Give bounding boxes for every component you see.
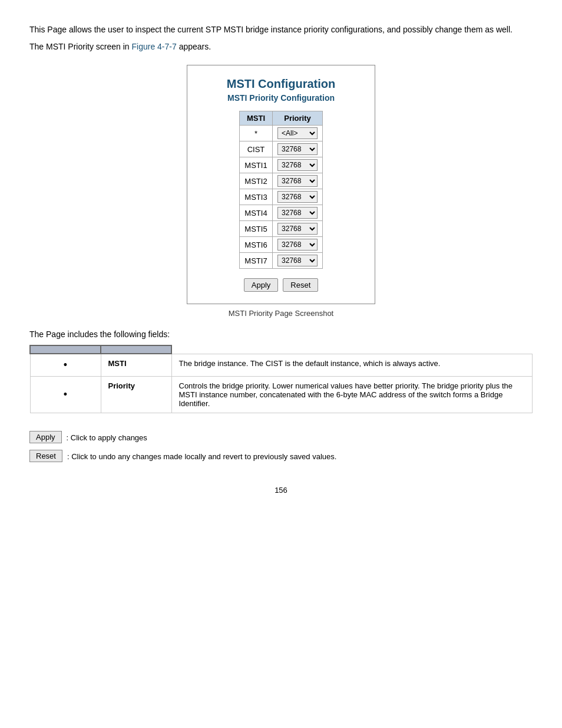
btn-desc-text-1: : Click to undo any changes made locally… [67,450,336,463]
priority-cell-5[interactable]: 4096819212288163842048024576286723276836… [273,205,323,221]
col-priority-header: Priority [273,111,323,126]
msti-cell-1: CIST [239,141,272,157]
msti-cell-5: MSTI4 [239,205,272,221]
priority-select-8[interactable]: 4096819212288163842048024576286723276836… [277,255,318,266]
priority-cell-7[interactable]: 4096819212288163842048024576286723276836… [273,237,323,253]
priority-cell-6[interactable]: 4096819212288163842048024576286723276836… [273,221,323,237]
btn-desc-label-1: Reset [29,450,62,462]
fields-table: •MSTIThe bridge instance. The CIST is th… [29,345,533,413]
msti-priority-table: MSTI Priority *<All>CIST4096819212288163… [239,111,323,269]
msti-config-box: MSTI Configuration MSTI Priority Configu… [187,65,375,304]
priority-cell-8[interactable]: 4096819212288163842048024576286723276836… [273,253,323,269]
screenshot-wrapper: MSTI Configuration MSTI Priority Configu… [29,65,533,304]
field-desc-0: The bridge instance. The CIST is the def… [171,354,533,377]
priority-cell-2[interactable]: 4096819212288163842048024576286723276836… [273,157,323,173]
priority-cell-4[interactable]: 4096819212288163842048024576286723276836… [273,189,323,205]
fields-col2-header [101,345,171,354]
btn-desc-text-0: : Click to apply changes [67,431,147,444]
page-number: 156 [29,486,533,495]
action-buttons: Apply Reset [205,278,357,292]
fields-intro: The Page includes the following fields: [29,330,533,339]
msti-config-title: MSTI Configuration [205,77,357,91]
priority-select-5[interactable]: 4096819212288163842048024576286723276836… [277,207,318,219]
msti-cell-2: MSTI1 [239,157,272,173]
field-bullet-1: • [30,377,101,413]
priority-cell-3[interactable]: 4096819212288163842048024576286723276836… [273,173,323,189]
priority-select-1[interactable]: 4096819212288163842048024576286723276836… [277,143,318,155]
apply-button[interactable]: Apply [244,278,279,292]
field-name-1: Priority [101,377,171,413]
msti-cell-6: MSTI5 [239,221,272,237]
priority-select-4[interactable]: 4096819212288163842048024576286723276836… [277,191,318,203]
intro-line1: This Page allows the user to inspect the… [29,24,533,36]
msti-cell-3: MSTI2 [239,173,272,189]
figure-link[interactable]: Figure 4-7-7 [132,42,177,51]
button-desc-0: Apply: Click to apply changes [29,431,533,444]
msti-cell-8: MSTI7 [239,253,272,269]
field-desc-1: Controls the bridge priority. Lower nume… [171,377,533,413]
col-msti-header: MSTI [239,111,272,126]
priority-cell-0[interactable]: <All> [273,126,323,141]
priority-select-2[interactable]: 4096819212288163842048024576286723276836… [277,159,318,171]
msti-cell-0: * [239,126,272,141]
btn-desc-label-0: Apply [29,431,62,443]
bottom-section: Apply: Click to apply changesReset: Clic… [29,431,533,462]
field-name-0: MSTI [101,354,171,377]
priority-select-7[interactable]: 4096819212288163842048024576286723276836… [277,239,318,251]
msti-cell-7: MSTI6 [239,237,272,253]
intro-line2: The MSTI Priority screen in Figure 4-7-7… [29,41,533,53]
button-desc-1: Reset: Click to undo any changes made lo… [29,450,533,463]
priority-cell-1[interactable]: 4096819212288163842048024576286723276836… [273,141,323,157]
priority-select-3[interactable]: 4096819212288163842048024576286723276836… [277,175,318,187]
fields-col1-header [30,345,101,354]
msti-config-subtitle: MSTI Priority Configuration [205,93,357,103]
priority-select-0[interactable]: <All> [277,127,318,139]
field-bullet-0: • [30,354,101,377]
reset-button[interactable]: Reset [283,278,318,292]
msti-cell-4: MSTI3 [239,189,272,205]
screenshot-caption: MSTI Priority Page Screenshot [29,309,533,318]
priority-select-6[interactable]: 4096819212288163842048024576286723276836… [277,223,318,235]
